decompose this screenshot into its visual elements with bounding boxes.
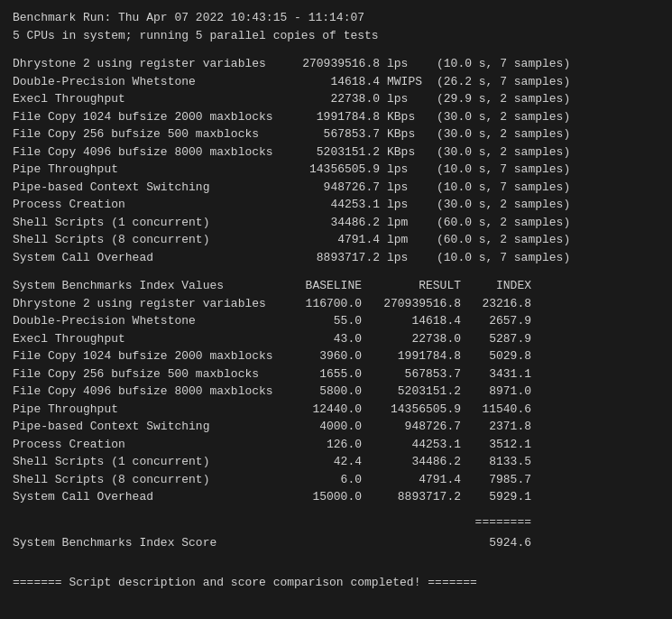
table-header-row: System Benchmarks Index ValuesBASELINERE…: [13, 277, 659, 295]
table-row-index: 23216.8: [468, 295, 531, 313]
table-row: File Copy 256 bufsize 500 maxblocks1655.…: [13, 365, 659, 383]
benchmark-unit: lps: [387, 90, 437, 108]
benchmark-meta: (60.0 s, 2 samples): [437, 231, 570, 249]
table-row-result: 948726.7: [369, 418, 468, 436]
benchmark-label: File Copy 256 bufsize 500 maxblocks: [13, 125, 283, 143]
footer: ======= Script description and score com…: [13, 574, 659, 592]
benchmark-unit: KBps: [387, 108, 437, 126]
table-row-baseline: 1655.0: [283, 365, 369, 383]
benchmark-unit: lps: [387, 179, 437, 197]
benchmark-value: 270939516.8: [283, 55, 387, 73]
table-row-result: 567853.7: [369, 365, 468, 383]
table-row-label: Shell Scripts (8 concurrent): [13, 471, 283, 489]
benchmark-label: Pipe-based Context Switching: [13, 179, 283, 197]
table-row-label: File Copy 256 bufsize 500 maxblocks: [13, 365, 283, 383]
table-row-baseline: 126.0: [283, 436, 369, 454]
score-label: System Benchmarks Index Score: [13, 534, 468, 552]
benchmark-label: System Call Overhead: [13, 249, 283, 267]
table-row-label: Process Creation: [13, 436, 283, 454]
table-row: File Copy 4096 bufsize 8000 maxblocks580…: [13, 383, 659, 401]
benchmark-label: Execl Throughput: [13, 90, 283, 108]
table-header-label: System Benchmarks Index Values: [13, 277, 283, 295]
table-row-result: 5203151.2: [369, 383, 468, 401]
benchmark-unit: lpm: [387, 214, 437, 232]
table-row: Shell Scripts (1 concurrent)42.434486.28…: [13, 453, 659, 471]
table-row-baseline: 116700.0: [283, 295, 369, 313]
header-line2: 5 CPUs in system; running 5 parallel cop…: [13, 27, 659, 45]
table-row-label: File Copy 4096 bufsize 8000 maxblocks: [13, 383, 283, 401]
terminal-window: Benchmark Run: Thu Apr 07 2022 10:43:15 …: [13, 9, 659, 591]
table-row-baseline: 15000.0: [283, 488, 369, 506]
benchmark-meta: (29.9 s, 2 samples): [437, 90, 570, 108]
benchmark-value: 1991784.8: [283, 108, 387, 126]
table-row-label: Shell Scripts (1 concurrent): [13, 453, 283, 471]
benchmark-value: 14356505.9: [283, 161, 387, 179]
benchmark-meta: (30.0 s, 2 samples): [437, 108, 570, 126]
benchmark-row: Pipe Throughput14356505.9lps (10.0 s, 7 …: [13, 161, 659, 179]
table-row-baseline: 55.0: [283, 312, 369, 330]
benchmark-unit: lps: [387, 55, 437, 73]
benchmark-row: File Copy 1024 bufsize 2000 maxblocks199…: [13, 108, 659, 126]
benchmark-meta: (60.0 s, 2 samples): [437, 214, 570, 232]
benchmark-label: Shell Scripts (1 concurrent): [13, 214, 283, 232]
benchmark-value: 567853.7: [283, 125, 387, 143]
benchmark-meta: (26.2 s, 7 samples): [437, 73, 570, 91]
table-row: System Call Overhead15000.08893717.25929…: [13, 488, 659, 506]
table-row-index: 8133.5: [468, 453, 531, 471]
table-row-label: Double-Precision Whetstone: [13, 312, 283, 330]
benchmark-row: File Copy 256 bufsize 500 maxblocks56785…: [13, 125, 659, 143]
benchmark-row: Shell Scripts (1 concurrent)34486.2lpm (…: [13, 214, 659, 232]
benchmark-unit: KBps: [387, 143, 437, 162]
table-row-result: 14356505.9: [369, 401, 468, 419]
table-row-index: 3431.1: [468, 365, 531, 383]
table-row: Pipe Throughput12440.014356505.911540.6: [13, 401, 659, 419]
score-total-row: System Benchmarks Index Score5924.6: [13, 534, 659, 552]
benchmark-row: Execl Throughput22738.0lps (29.9 s, 2 sa…: [13, 90, 659, 108]
table-row-label: Execl Throughput: [13, 330, 283, 348]
benchmark-unit: lps: [387, 196, 437, 214]
benchmark-label: File Copy 1024 bufsize 2000 maxblocks: [13, 108, 283, 126]
table-row-result: 4791.4: [369, 471, 468, 489]
table-row-label: Dhrystone 2 using register variables: [13, 295, 283, 313]
index-table: System Benchmarks Index ValuesBASELINERE…: [13, 277, 659, 506]
benchmark-value: 4791.4: [283, 231, 387, 249]
table-row-baseline: 3960.0: [283, 347, 369, 365]
table-row-label: Pipe Throughput: [13, 401, 283, 419]
table-row-result: 1991784.8: [369, 347, 468, 365]
table-row-index: 11540.6: [468, 401, 531, 419]
table-row-result: 14618.4: [369, 312, 468, 330]
table-row-baseline: 6.0: [283, 471, 369, 489]
benchmark-label: Process Creation: [13, 196, 283, 214]
table-row: Double-Precision Whetstone55.014618.4265…: [13, 312, 659, 330]
table-row-result: 270939516.8: [369, 295, 468, 313]
table-row: Shell Scripts (8 concurrent)6.04791.4798…: [13, 471, 659, 489]
benchmark-unit: lps: [387, 249, 437, 267]
benchmark-row: Pipe-based Context Switching948726.7lps …: [13, 179, 659, 197]
benchmark-label: Dhrystone 2 using register variables: [13, 55, 283, 73]
benchmark-meta: (10.0 s, 7 samples): [437, 55, 570, 73]
table-row-index: 5287.9: [468, 330, 531, 348]
benchmark-value: 948726.7: [283, 179, 387, 197]
table-row-index: 5029.8: [468, 347, 531, 365]
table-row-baseline: 5800.0: [283, 383, 369, 401]
benchmark-row: System Call Overhead8893717.2lps (10.0 s…: [13, 249, 659, 267]
table-row-index: 3512.1: [468, 436, 531, 454]
table-row-baseline: 42.4: [283, 453, 369, 471]
benchmark-meta: (30.0 s, 2 samples): [437, 196, 570, 214]
benchmark-unit: MWIPS: [387, 73, 437, 91]
benchmark-value: 14618.4: [283, 73, 387, 91]
table-row-index: 5929.1: [468, 488, 531, 506]
table-row-label: File Copy 1024 bufsize 2000 maxblocks: [13, 347, 283, 365]
table-header-index: INDEX: [468, 277, 531, 295]
score-value: 5924.6: [468, 534, 531, 552]
table-row-result: 44253.1: [369, 436, 468, 454]
table-row: Execl Throughput43.022738.05287.9: [13, 330, 659, 348]
table-row-result: 34486.2: [369, 453, 468, 471]
benchmark-meta: (10.0 s, 7 samples): [437, 179, 570, 197]
benchmark-meta: (10.0 s, 7 samples): [437, 161, 570, 179]
table-row-baseline: 4000.0: [283, 418, 369, 436]
benchmark-value: 5203151.2: [283, 143, 387, 162]
table-row: Pipe-based Context Switching4000.0948726…: [13, 418, 659, 436]
table-row-index: 2371.8: [468, 418, 531, 436]
header-line1: Benchmark Run: Thu Apr 07 2022 10:43:15 …: [13, 9, 659, 27]
